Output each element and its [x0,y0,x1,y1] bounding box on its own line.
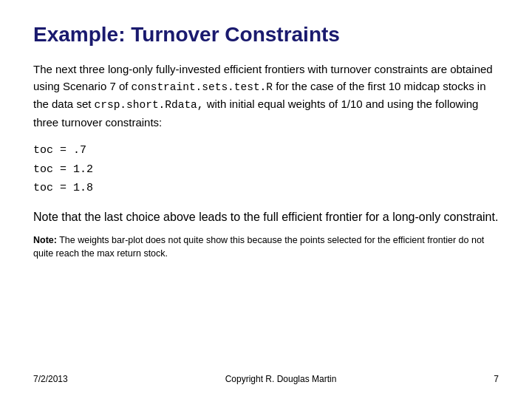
slide: Example: Turnover Constraints The next t… [0,0,532,399]
code-line-1: toc = .7 [33,141,499,160]
code-block: toc = .7 toc = 1.2 toc = 1.8 [33,141,499,198]
code-line-3: toc = 1.8 [33,179,499,198]
slide-title: Example: Turnover Constraints [33,22,499,47]
body-paragraph: The next three long-only fully-invested … [33,61,499,131]
note-body: The weights bar-plot does not quite show… [33,235,484,259]
inline-code-1: constraint.sets.test.R [132,81,273,93]
footer-page: 7 [494,374,499,384]
footer: 7/2/2013 Copyright R. Douglas Martin 7 [33,366,499,384]
code-line-2: toc = 1.2 [33,160,499,180]
conclusion-text: Note that the last choice above leads to… [33,208,499,226]
inline-code-2: crsp.short.Rdata, [95,99,204,111]
footer-copyright: Copyright R. Douglas Martin [225,374,337,384]
note-paragraph: Note: The weights bar-plot does not quit… [33,233,499,262]
footer-date: 7/2/2013 [33,374,68,384]
note-label: Note: [33,235,57,245]
